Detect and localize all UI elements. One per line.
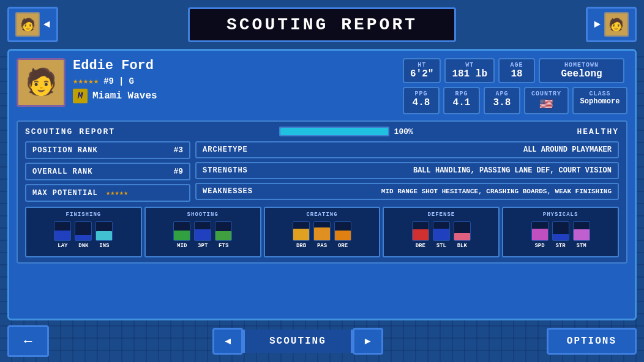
country-label: COUNTRY <box>531 90 561 97</box>
player-number: #9 <box>103 76 114 86</box>
position-rank-row: POSITION RANK #3 <box>25 141 190 159</box>
skill-bar-name: DRE <box>416 243 425 249</box>
skill-bar-name: 3PT <box>198 243 208 249</box>
player-rating-pos: ★★★★★ #9 | G <box>73 76 157 86</box>
skill-bar-visual <box>215 221 232 241</box>
next-player-icon: 🧑 <box>604 12 629 37</box>
back-button[interactable]: ← <box>7 325 49 357</box>
skills-section: FINISHINGLAYDNKINSSHOOTINGMID3PTFTSCREAT… <box>25 207 619 257</box>
skill-bar-fill <box>335 231 351 241</box>
weaknesses-row: WEAKNESSES MID RANGE SHOT HESITANCE, CRA… <box>195 183 619 200</box>
overall-rank-row: OVERALL RANK #9 <box>25 163 190 180</box>
skill-bar-fill <box>174 231 190 241</box>
top-header: 🧑 ◄ SCOUTING REPORT ► 🧑 <box>0 0 644 49</box>
options-button[interactable]: OPTIONS <box>547 328 637 355</box>
wt-value: 181 lb <box>452 68 487 79</box>
skill-bar-visual <box>412 221 429 241</box>
data-left: POSITION RANK #3 OVERALL RANK #9 MAX POT… <box>25 141 190 202</box>
archetype-label: ARCHETYPE <box>203 146 270 154</box>
stat-age: AGE 18 <box>498 58 535 83</box>
player-position: G <box>129 76 133 86</box>
skill-bars-row: LAYDNKINS <box>29 221 138 249</box>
main-content: 🧑 Eddie Ford ★★★★★ #9 | G M Miami Waves <box>7 49 637 320</box>
stat-hometown: HOMETOWN Geelong <box>539 58 624 83</box>
next-scouting-btn[interactable]: ► <box>353 328 383 355</box>
prev-player-btn[interactable]: 🧑 ◄ <box>7 7 58 42</box>
skill-bar-name: DRB <box>296 243 306 249</box>
weaknesses-label: WEAKNESSES <box>203 187 270 196</box>
skill-cat-label: FINISHING <box>29 212 138 218</box>
stat-ht: HT 6'2" <box>403 58 441 83</box>
skill-bar-visual <box>531 221 549 241</box>
skill-bar-blk: BLK <box>454 221 471 249</box>
player-separator: | <box>119 76 124 86</box>
skill-bar-visual <box>454 221 471 241</box>
wt-label: WT <box>452 62 487 68</box>
progress-bar-fill <box>280 128 388 135</box>
prev-player-icon: 🧑 <box>15 12 40 37</box>
stat-class: CLASS Sophomore <box>572 87 627 114</box>
skill-bar-visual <box>433 221 450 241</box>
age-label: AGE <box>506 62 528 68</box>
health-label: HEALTHY <box>577 127 619 136</box>
overall-rank-label: OVERALL RANK <box>32 168 100 176</box>
stats-row-2: PPG 4.8 RPG 4.1 APG 3.8 COUNTRY 🇺🇸 <box>403 87 627 114</box>
skill-bar-name: STR <box>555 243 565 249</box>
class-value: Sophomore <box>580 97 620 106</box>
player-name: Eddie Ford <box>73 58 157 73</box>
skill-category-shooting: SHOOTINGMID3PTFTS <box>144 207 261 257</box>
skill-bar-name: SPD <box>534 243 544 249</box>
skill-bar-fill <box>314 227 330 240</box>
max-potential-label: MAX POTENTIAL <box>32 189 100 198</box>
skill-bar-visual <box>194 221 211 241</box>
skill-bars-row: SPDSTRSTM <box>506 221 615 249</box>
archetype-row: ARCHETYPE ALL AROUND PLAYMAKER <box>195 141 619 158</box>
skill-bars-row: DRESTLBLK <box>386 221 496 249</box>
stat-rpg: RPG 4.1 <box>443 87 480 114</box>
player-info-row: 🧑 Eddie Ford ★★★★★ #9 | G M Miami Waves <box>17 58 627 114</box>
skill-bar-name: ORE <box>338 243 348 249</box>
skill-cat-label: PHYSICALS <box>506 212 615 218</box>
skill-bar-drb: DRB <box>293 221 310 249</box>
team-logo: M <box>73 89 88 103</box>
strengths-row: STRENGTHS BALL HANDLING, PASSING LANE DE… <box>195 162 619 179</box>
skill-bar-visual <box>313 221 331 241</box>
skill-bar-fill <box>293 229 309 241</box>
ht-value: 6'2" <box>410 68 433 79</box>
rpg-value: 4.1 <box>451 97 473 108</box>
skill-bar-ore: ORE <box>334 221 351 249</box>
skill-bar-name: DNK <box>78 243 88 249</box>
player-stats: HT 6'2" WT 181 lb AGE 18 HOMETOWN Geelon… <box>403 58 627 114</box>
skill-bar-pas: PAS <box>313 221 331 249</box>
skill-bar-spd: SPD <box>531 221 549 249</box>
scouting-section-label: SCOUTING REPORT <box>25 127 115 136</box>
skill-category-creating: CREATINGDRBPASORE <box>264 207 381 257</box>
skill-bar-fill <box>433 229 449 241</box>
skill-bar-name: INS <box>99 243 109 249</box>
header-title-box: SCOUTING REPORT <box>188 7 456 42</box>
skill-bar-visual <box>75 221 92 241</box>
skill-bar-fill <box>413 229 429 240</box>
strengths-label: STRENGTHS <box>203 166 270 175</box>
progress-area: 100% <box>279 127 413 136</box>
header-title: SCOUTING REPORT <box>227 15 417 34</box>
progress-bar-outer <box>279 127 389 136</box>
stats-row-1: HT 6'2" WT 181 lb AGE 18 HOMETOWN Geelon… <box>403 58 627 83</box>
skill-bar-visual <box>54 221 71 241</box>
skill-bar-name: STL <box>436 243 446 249</box>
scouting-header-row: SCOUTING REPORT 100% HEALTHY <box>25 127 619 136</box>
player-details: Eddie Ford ★★★★★ #9 | G M Miami Waves <box>73 58 157 103</box>
skill-bar-fts: FTS <box>215 221 232 249</box>
skill-cat-label: SHOOTING <box>148 212 258 218</box>
skill-bar-fill <box>532 229 548 241</box>
next-arrow-icon: ► <box>594 18 601 31</box>
prev-arrow-icon: ◄ <box>43 18 50 31</box>
prev-scouting-btn[interactable]: ◄ <box>212 328 243 355</box>
player-stars: ★★★★★ <box>73 76 99 86</box>
skill-bar-str: STR <box>552 221 569 249</box>
next-player-btn[interactable]: ► 🧑 <box>586 7 637 42</box>
skill-bars-row: DRBPASORE <box>268 221 377 249</box>
rpg-label: RPG <box>451 90 473 97</box>
skill-bar-fill <box>553 234 569 241</box>
max-potential-stars: ★★★★★ <box>106 188 128 198</box>
